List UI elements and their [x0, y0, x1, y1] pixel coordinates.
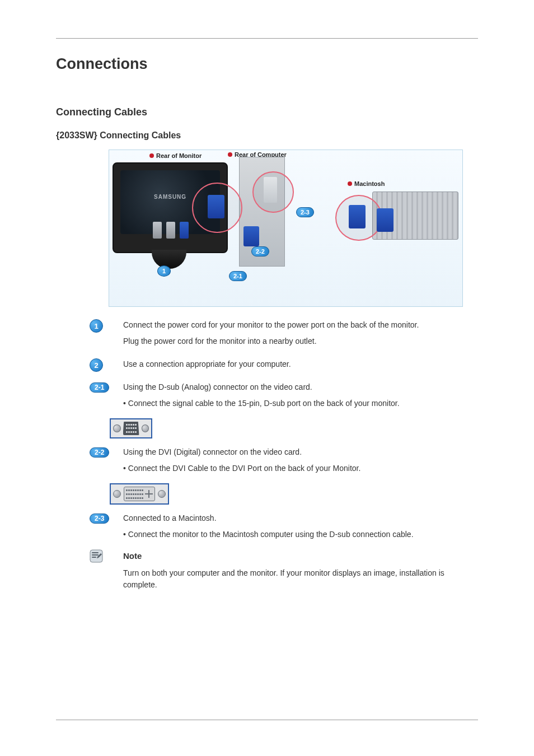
dvi-blade-icon	[145, 490, 153, 498]
cable-plug-icon	[153, 222, 162, 239]
vga-port-icon	[110, 418, 152, 438]
vga-pin-array-icon	[123, 422, 139, 435]
step-number-2-icon: 2	[90, 358, 103, 372]
vga-connector-icon	[243, 226, 259, 246]
bullet-icon	[149, 153, 154, 158]
chapter-title: Connections	[56, 55, 478, 73]
step-1-text-2: Plug the power cord for the monitor into…	[123, 335, 478, 347]
step-number-2-3-icon: 2-3	[90, 514, 109, 524]
subsection-title: {2033SW} Connecting Cables	[56, 130, 478, 141]
samsung-logo: SAMSUNG	[154, 194, 186, 200]
step-2-1: 2-1 Using the D-sub (Analog) connector o…	[90, 381, 478, 414]
section-title: Connecting Cables	[56, 106, 478, 118]
vga-connector-icon	[377, 208, 394, 232]
callout-rear-monitor: Rear of Monitor	[149, 152, 202, 159]
top-rule	[56, 38, 478, 39]
callout-text: Rear of Monitor	[156, 152, 202, 159]
step-2-2: 2-2 Using the DVI (Digital) connector on…	[90, 446, 478, 479]
screw-icon	[158, 490, 166, 498]
step-2-1-text-2: • Connect the signal cable to the 15-pin…	[123, 398, 478, 409]
step-2-2-text-1: Using the DVI (Digital) connector on the…	[123, 446, 478, 458]
dvi-pin-array-icon	[126, 488, 143, 500]
callout-text: Macintosh	[354, 180, 385, 187]
step-bubble-1: 1	[157, 265, 171, 277]
step-2-1-text-1: Using the D-sub (Analog) connector on th…	[123, 381, 478, 393]
svg-rect-0	[90, 550, 102, 562]
step-bubble-2-3: 2-3	[296, 207, 314, 217]
dvi-connector-icon	[264, 177, 277, 203]
vga-port-figure	[110, 418, 478, 438]
note-icon	[90, 549, 103, 563]
note-body: Turn on both your computer and the monit…	[123, 567, 478, 591]
step-number-2-1-icon: 2-1	[90, 382, 109, 393]
step-bubble-2-2: 2-2	[251, 246, 269, 256]
dvi-port-icon	[110, 483, 169, 505]
dvi-port-figure	[110, 483, 478, 505]
step-number-1-icon: 1	[90, 319, 103, 333]
step-2-2-text-2: • Connect the DVI Cable to the DVI Port …	[123, 463, 478, 474]
connection-diagram: Rear of Monitor Rear of Computer Macinto…	[109, 150, 463, 307]
step-2-3-text-2: • Connect the monitor to the Macintosh c…	[123, 529, 478, 540]
step-1-text-1: Connect the power cord for your monitor …	[123, 319, 478, 331]
step-bubble-2-1: 2-1	[229, 271, 247, 281]
cable-plug-icon	[166, 222, 175, 239]
step-number-2-2-icon: 2-2	[90, 447, 109, 458]
monitor-stand-icon	[152, 250, 186, 269]
bullet-icon	[348, 181, 352, 186]
step-2: 2 Use a connection appropriate for your …	[90, 358, 478, 377]
step-2-3: 2-3 Connected to a Macintosh. • Connect …	[90, 512, 478, 545]
vga-connector-icon	[208, 195, 224, 218]
note-header: Note	[90, 549, 478, 563]
step-1: 1 Connect the power cord for your monito…	[90, 319, 478, 354]
callout-macintosh: Macintosh	[348, 180, 385, 187]
bottom-rule	[56, 720, 478, 720]
step-2-3-text-1: Connected to a Macintosh.	[123, 512, 478, 524]
cable-plug-icon	[180, 222, 189, 239]
note-label: Note	[123, 549, 142, 561]
screw-icon	[113, 490, 121, 498]
bullet-icon	[228, 152, 232, 157]
screw-icon	[142, 424, 149, 432]
step-2-text: Use a connection appropriate for your co…	[123, 358, 478, 370]
screw-icon	[113, 424, 121, 432]
vga-connector-icon	[349, 205, 366, 228]
